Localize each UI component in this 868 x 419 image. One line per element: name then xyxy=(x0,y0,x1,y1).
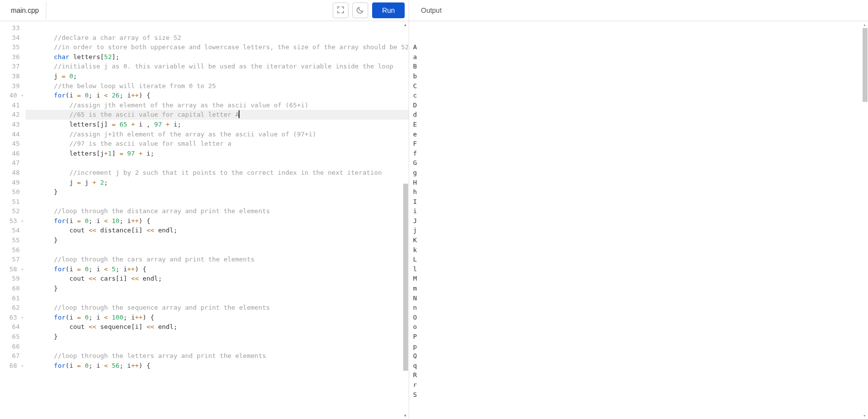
code-line[interactable]: } xyxy=(26,187,409,197)
output-line: J xyxy=(413,216,864,226)
output-line: i xyxy=(413,206,864,216)
code-line[interactable] xyxy=(26,158,409,168)
code-line[interactable]: } xyxy=(26,332,409,342)
output-content[interactable]: AaBbCcDdEeFfGgHhIiJjKkLlMmNnOoPpQqRrS ▴ … xyxy=(409,21,868,419)
output-line: e xyxy=(413,129,864,139)
file-tab[interactable]: main.cpp xyxy=(4,1,46,19)
run-button[interactable]: Run xyxy=(372,2,405,18)
code-content[interactable]: //declare a char array of size 52 //in o… xyxy=(26,21,409,419)
line-number: 41 xyxy=(0,100,20,110)
output-line: h xyxy=(413,187,864,197)
code-line[interactable]: //in order to store both uppercase and l… xyxy=(26,42,409,52)
output-line: P xyxy=(413,332,864,342)
output-line: Q xyxy=(413,351,864,361)
code-line[interactable]: //loop through the letters array and pri… xyxy=(26,351,409,361)
output-line: f xyxy=(413,149,864,159)
moon-icon xyxy=(356,6,364,15)
line-number: 52 xyxy=(0,206,20,216)
code-line[interactable]: for(i = 0; i < 56; i++) { xyxy=(26,361,409,371)
code-line[interactable]: //loop through the sequence array and pr… xyxy=(26,303,409,313)
code-line[interactable]: cout << distance[i] << endl; xyxy=(26,226,409,235)
output-line: I xyxy=(413,197,864,207)
line-number: 63 xyxy=(0,313,20,322)
output-line: k xyxy=(413,245,864,255)
code-line[interactable]: for(i = 0; i < 26; i++) { xyxy=(26,91,409,100)
scroll-down-icon[interactable]: ▾ xyxy=(403,413,408,418)
code-line[interactable]: //declare a char array of size 52 xyxy=(26,33,409,43)
output-line: B xyxy=(413,62,864,71)
line-number: 57 xyxy=(0,255,20,264)
code-line[interactable]: for(i = 0; i < 5; i++) { xyxy=(26,264,409,274)
output-line: o xyxy=(413,322,864,332)
scroll-up-icon[interactable]: ▴ xyxy=(862,22,867,27)
line-number: 35 xyxy=(0,42,20,52)
code-line[interactable]: j = 0; xyxy=(26,71,409,81)
app-container: main.cpp Run 333435363738394041424344454… xyxy=(0,0,868,419)
line-number: 40 xyxy=(0,91,20,100)
code-line[interactable]: } xyxy=(26,284,409,293)
output-line: a xyxy=(413,52,864,62)
code-line[interactable] xyxy=(26,342,409,352)
output-scrollbar-thumb[interactable] xyxy=(863,28,868,102)
output-line: N xyxy=(413,293,864,303)
code-line[interactable]: cout << cars[i] << endl; xyxy=(26,274,409,284)
scroll-up-icon[interactable]: ▴ xyxy=(403,22,408,27)
editor-scrollbar[interactable]: ▴ ▾ xyxy=(402,21,409,419)
code-line[interactable] xyxy=(26,197,409,207)
code-line[interactable]: //65 is the ascii value for capital lett… xyxy=(26,110,409,120)
line-number: 68 xyxy=(0,361,20,371)
line-number: 36 xyxy=(0,52,20,62)
text-cursor xyxy=(239,110,240,118)
theme-toggle-button[interactable] xyxy=(352,2,368,18)
line-number: 34 xyxy=(0,33,20,43)
output-line: H xyxy=(413,178,864,188)
code-line[interactable] xyxy=(26,293,409,303)
output-line: F xyxy=(413,139,864,149)
code-line[interactable] xyxy=(26,245,409,255)
code-line[interactable]: char letters[52]; xyxy=(26,52,409,62)
code-line[interactable]: //assign jth element of the array as the… xyxy=(26,100,409,110)
code-line[interactable]: //loop through the cars array and print … xyxy=(26,255,409,264)
output-line: R xyxy=(413,370,864,380)
output-line: O xyxy=(413,313,864,322)
fullscreen-icon xyxy=(337,6,345,15)
code-line[interactable]: j = j + 2; xyxy=(26,178,409,188)
editor-header: main.cpp Run xyxy=(0,0,409,21)
line-number: 45 xyxy=(0,139,20,149)
code-line[interactable]: //assign j+1th element of the array as t… xyxy=(26,129,409,139)
code-line[interactable]: //increment j by 2 such that it points t… xyxy=(26,168,409,178)
scroll-down-icon[interactable]: ▾ xyxy=(862,413,867,418)
output-line: r xyxy=(413,380,864,390)
editor-scrollbar-thumb[interactable] xyxy=(403,184,408,371)
code-line[interactable]: for(i = 0; i < 100; i++) { xyxy=(26,313,409,322)
output-line: m xyxy=(413,284,864,293)
code-line[interactable]: //initialise j as 0. this variable will … xyxy=(26,62,409,71)
editor-panel: main.cpp Run 333435363738394041424344454… xyxy=(0,0,409,419)
line-number: 61 xyxy=(0,293,20,303)
code-line[interactable]: } xyxy=(26,235,409,245)
code-line[interactable]: cout << sequence[i] << endl; xyxy=(26,322,409,332)
output-line: c xyxy=(413,91,864,100)
line-number: 58 xyxy=(0,264,20,274)
line-number: 64 xyxy=(0,322,20,332)
code-line[interactable] xyxy=(26,23,409,33)
code-line[interactable]: for(i = 0; i < 10; i++) { xyxy=(26,216,409,226)
line-number: 39 xyxy=(0,81,20,91)
output-line: j xyxy=(413,226,864,235)
code-line[interactable]: //the below loop will iterate from 0 to … xyxy=(26,81,409,91)
output-line: G xyxy=(413,158,864,168)
line-number: 65 xyxy=(0,332,20,342)
fullscreen-button[interactable] xyxy=(333,2,348,18)
code-line[interactable]: //97 is the ascii value for small letter… xyxy=(26,139,409,149)
output-scrollbar[interactable]: ▴ ▾ xyxy=(861,21,868,419)
code-line[interactable]: letters[j+1] = 97 + i; xyxy=(26,149,409,159)
output-line: p xyxy=(413,342,864,352)
code-line[interactable]: //loop through the distance array and pr… xyxy=(26,206,409,216)
line-number: 38 xyxy=(0,71,20,81)
code-line[interactable]: letters[j] = 65 + i , 97 + i; xyxy=(26,120,409,129)
line-number: 47 xyxy=(0,158,20,168)
line-number: 54 xyxy=(0,226,20,235)
code-editor[interactable]: 3334353637383940414243444546474849505152… xyxy=(0,21,409,419)
output-line: b xyxy=(413,71,864,81)
output-panel: Output AaBbCcDdEeFfGgHhIiJjKkLlMmNnOoPpQ… xyxy=(409,0,868,419)
